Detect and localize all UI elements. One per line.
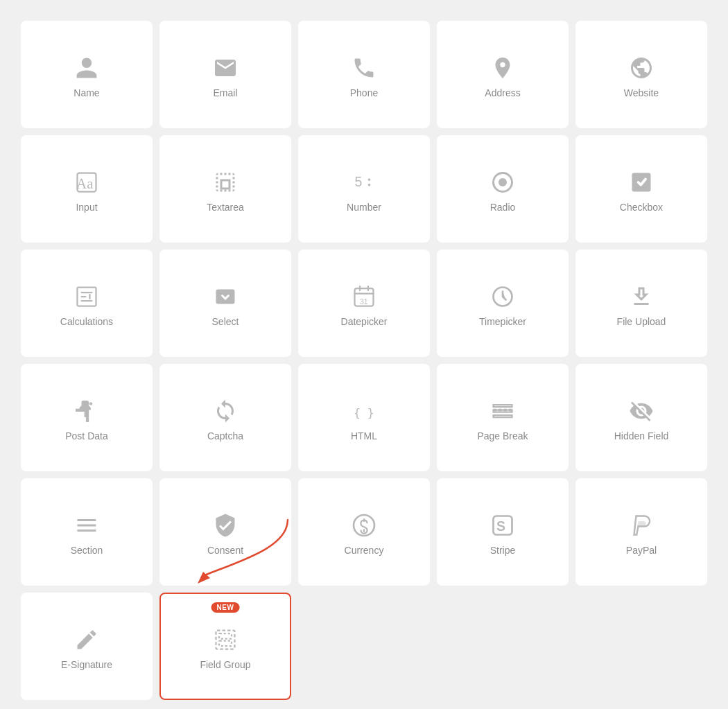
card-datepicker-label: Datepicker [341,316,388,327]
card-captcha[interactable]: Captcha [159,364,291,471]
card-e-signature-label: E-Signature [61,659,112,670]
card-number-label: Number [347,202,381,213]
card-phone[interactable]: Phone [298,21,430,128]
card-datepicker[interactable]: 31 Datepicker [298,250,430,357]
card-stripe[interactable]: S Stripe [437,478,569,586]
svg-text:5: 5 [355,174,363,189]
svg-rect-5 [78,287,96,306]
card-e-signature[interactable]: E-Signature [21,593,153,700]
card-field-group-label: Field Group [200,659,250,670]
card-page-break[interactable]: Page Break [437,364,569,471]
card-calculations-label: Calculations [60,316,113,327]
card-post-data[interactable]: Post Data [21,364,153,471]
svg-rect-17 [219,633,232,639]
card-paypal-label: PayPal [626,545,657,556]
card-phone-label: Phone [350,87,378,98]
card-email-label: Email [213,87,237,98]
field-type-grid: Name Email Phone Address Website Aa Inpu… [14,14,714,707]
card-address[interactable]: Address [437,21,569,128]
svg-rect-18 [219,640,232,646]
card-calculations[interactable]: Calculations [21,250,153,357]
card-html-label: HTML [351,430,377,441]
card-page-break-label: Page Break [477,430,528,441]
cards-grid: Name Email Phone Address Website Aa Inpu… [21,21,707,700]
card-select-label: Select [212,316,239,327]
card-radio[interactable]: Radio [437,135,569,243]
card-hidden-field[interactable]: Hidden Field [575,364,707,471]
svg-text:31: 31 [360,297,368,305]
card-checkbox-label: Checkbox [620,202,663,213]
card-checkbox[interactable]: Checkbox [575,135,707,243]
new-badge: NEW [211,602,240,613]
card-timepicker[interactable]: Timepicker [437,250,569,357]
card-textarea[interactable]: Textarea [159,135,291,243]
card-section-label: Section [71,545,103,556]
card-file-upload[interactable]: File Upload [575,250,707,357]
card-email[interactable]: Email [159,21,291,128]
card-file-upload-label: File Upload [617,316,666,327]
svg-text:{  }: { } [354,405,374,419]
card-name[interactable]: Name [21,21,153,128]
card-name-label: Name [73,87,99,98]
card-paypal[interactable]: PayPal [575,478,707,586]
card-radio-label: Radio [490,202,516,213]
card-post-data-label: Post Data [65,430,107,441]
card-hidden-field-label: Hidden Field [614,430,669,441]
card-website[interactable]: Website [575,21,707,128]
card-field-group[interactable]: NEW Field Group [159,593,291,700]
card-website-label: Website [624,87,659,98]
card-html[interactable]: { } HTML [298,364,430,471]
card-number[interactable]: 5 Number [298,135,430,243]
card-captcha-label: Captcha [207,430,243,441]
card-section[interactable]: Section [21,478,153,586]
svg-point-13 [354,515,374,536]
card-textarea-label: Textarea [207,202,244,213]
svg-rect-6 [216,289,235,304]
card-input-label: Input [76,202,97,213]
card-address-label: Address [485,87,520,98]
card-currency-label: Currency [345,545,384,556]
card-select[interactable]: Select [159,250,291,357]
card-timepicker-label: Timepicker [479,316,526,327]
svg-text:S: S [496,518,505,533]
card-input[interactable]: Aa Input [21,135,153,243]
card-stripe-label: Stripe [490,545,516,556]
svg-point-3 [499,178,507,186]
